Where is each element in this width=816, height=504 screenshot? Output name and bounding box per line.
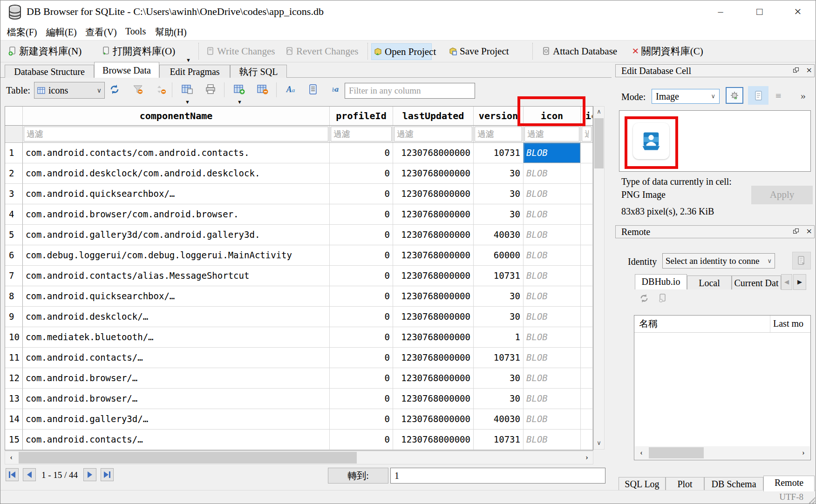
tab-database-structure[interactable]: Database Structure <box>5 65 94 78</box>
cell-version[interactable]: 10731 <box>474 348 524 368</box>
save-project-button[interactable]: Save Project <box>447 43 511 59</box>
cell-lastUpdated[interactable]: 1230768000000 <box>393 245 474 266</box>
filter-ic-partial[interactable] <box>582 127 592 141</box>
row-number[interactable]: 8 <box>5 286 23 307</box>
last-page-button[interactable] <box>101 468 114 481</box>
dock-tab-remote[interactable]: Remote <box>763 476 815 491</box>
cell-lastUpdated[interactable]: 1230768000000 <box>393 348 474 368</box>
save-table-icon[interactable] <box>181 83 193 95</box>
text-mode-button[interactable] <box>748 86 768 105</box>
row-number[interactable]: 6 <box>5 245 23 266</box>
remote-close-icon[interactable]: × <box>806 225 812 237</box>
word-wrap-icon[interactable]: ≡ <box>775 90 780 102</box>
delete-record-icon[interactable] <box>257 83 269 95</box>
row-number[interactable]: 13 <box>5 389 23 409</box>
scroll-left-icon[interactable]: ‹ <box>636 447 647 459</box>
cell-componentName[interactable]: com.android.gallery3d/com.android.galler… <box>23 225 330 245</box>
row-number[interactable]: 14 <box>5 409 23 430</box>
cell-version[interactable]: 60000 <box>474 245 524 266</box>
float-panel-icon[interactable] <box>793 228 799 236</box>
cell-icon[interactable]: BLOB <box>524 409 581 430</box>
cell-ic-partial[interactable] <box>581 225 593 245</box>
close-database-button[interactable]: × 關閉資料庫(C) <box>630 43 705 59</box>
dock-tab-db-schema[interactable]: DB Schema <box>704 477 763 491</box>
row-number[interactable]: 12 <box>5 368 23 389</box>
cell-lastUpdated[interactable]: 1230768000000 <box>393 327 474 348</box>
row-number[interactable]: 10 <box>5 327 23 348</box>
cell-icon[interactable]: BLOB <box>524 307 581 327</box>
cell-lastUpdated[interactable]: 1230768000000 <box>393 430 474 450</box>
cell-profileId[interactable]: 0 <box>330 163 393 184</box>
dock-tab-plot[interactable]: Plot <box>666 477 704 491</box>
apply-button[interactable]: Apply <box>751 186 813 204</box>
document-blue-icon[interactable] <box>307 83 319 95</box>
cell-ic-partial[interactable] <box>581 266 593 286</box>
cell-icon[interactable]: BLOB <box>524 430 581 450</box>
cell-lastUpdated[interactable]: 1230768000000 <box>393 266 474 286</box>
scroll-up-icon[interactable]: ∧ <box>594 107 604 118</box>
row-number[interactable]: 3 <box>5 184 23 204</box>
cell-lastUpdated[interactable]: 1230768000000 <box>393 389 474 409</box>
row-number[interactable]: 9 <box>5 307 23 327</box>
cell-ic-partial[interactable] <box>581 184 593 204</box>
cell-icon[interactable]: BLOB <box>524 184 581 204</box>
filter-profileId[interactable] <box>331 127 392 141</box>
cell-icon[interactable]: BLOB <box>524 163 581 184</box>
cell-profileId[interactable]: 0 <box>330 204 393 225</box>
cell-componentName[interactable]: com.android.contacts/… <box>23 430 330 450</box>
cell-ic-partial[interactable] <box>581 368 593 389</box>
remote-list-header-name[interactable]: 名稱 <box>634 316 770 332</box>
tab-edit-pragmas[interactable]: Edit Pragmas <box>159 65 230 78</box>
cell-profileId[interactable]: 0 <box>330 266 393 286</box>
tab-scroll-left-icon[interactable]: ◀ <box>781 274 792 290</box>
clear-sort-icon[interactable] <box>155 83 167 95</box>
cell-profileId[interactable]: 0 <box>330 348 393 368</box>
remote-list-header-lastmodified[interactable]: Last mo <box>770 316 810 332</box>
first-page-button[interactable] <box>6 468 19 481</box>
insert-record-dropdown-icon[interactable]: ▼ <box>237 99 242 105</box>
cell-version[interactable]: 10731 <box>474 266 524 286</box>
menu-view[interactable]: 查看(V) <box>82 25 120 40</box>
resize-grip[interactable] <box>809 497 815 504</box>
remote-refresh-icon[interactable] <box>639 294 649 303</box>
cell-componentName[interactable]: com.android.quicksearchbox/… <box>23 286 330 307</box>
identity-select[interactable]: Select an identity to conne ∨ <box>662 253 775 269</box>
remote-list-scrollbar[interactable]: ‹ › <box>635 446 810 459</box>
tab-browse-data[interactable]: Browse Data <box>94 62 159 78</box>
cell-ic-partial[interactable] <box>581 204 593 225</box>
menu-file[interactable]: 檔案(F) <box>4 25 40 40</box>
cell-profileId[interactable]: 0 <box>330 184 393 204</box>
scroll-down-icon[interactable]: ∨ <box>594 438 604 449</box>
cell-lastUpdated[interactable]: 1230768000000 <box>393 225 474 245</box>
cell-componentName[interactable]: com.android.browser/… <box>23 389 330 409</box>
open-project-button[interactable]: Open Project <box>371 43 432 60</box>
save-table-dropdown-icon[interactable]: ▼ <box>185 99 190 105</box>
scroll-right-icon[interactable]: › <box>581 451 593 464</box>
cell-ic-partial[interactable] <box>581 143 593 163</box>
cell-version[interactable]: 30 <box>474 163 524 184</box>
cell-icon[interactable]: BLOB <box>524 266 581 286</box>
row-number[interactable]: 11 <box>5 348 23 368</box>
cell-icon[interactable]: BLOB <box>524 348 581 368</box>
cell-profileId[interactable]: 0 <box>330 307 393 327</box>
cell-icon[interactable]: BLOB <box>524 143 581 163</box>
cell-profileId[interactable]: 0 <box>330 327 393 348</box>
row-number[interactable]: 5 <box>5 225 23 245</box>
cell-lastUpdated[interactable]: 1230768000000 <box>393 307 474 327</box>
tab-execute-sql[interactable]: 執行 SQL <box>230 65 287 78</box>
cell-componentName[interactable]: com.android.contacts/com.android.contact… <box>23 143 330 163</box>
cell-ic-partial[interactable] <box>581 389 593 409</box>
cell-ic-partial[interactable] <box>581 245 593 266</box>
edit-cell-close-icon[interactable]: × <box>806 64 812 76</box>
cell-lastUpdated[interactable]: 1230768000000 <box>393 143 474 163</box>
header-componentName[interactable]: componentName <box>23 107 330 126</box>
revert-changes-button[interactable]: Revert Changes <box>283 43 360 59</box>
cell-componentName[interactable]: com.android.quicksearchbox/… <box>23 184 330 204</box>
row-number[interactable]: 7 <box>5 266 23 286</box>
cell-version[interactable]: 10731 <box>474 143 524 163</box>
cell-icon[interactable]: BLOB <box>524 286 581 307</box>
table-select[interactable]: icons ∨ <box>34 82 105 99</box>
tab-scroll-right-icon[interactable]: ▶ <box>793 274 806 290</box>
cell-profileId[interactable]: 0 <box>330 368 393 389</box>
print-icon[interactable] <box>204 83 217 95</box>
